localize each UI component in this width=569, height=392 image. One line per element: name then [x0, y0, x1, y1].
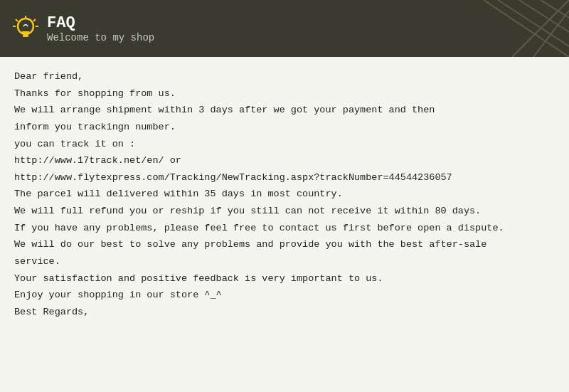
- svg-line-3: [33, 19, 36, 21]
- header-title: FAQ: [47, 14, 154, 32]
- svg-line-8: [498, 0, 569, 46]
- content-line-9: If you have any problems, please feel fr…: [14, 220, 555, 237]
- content-line-13: Enjoy your shopping in our store ^_^: [14, 287, 555, 304]
- content-line-10: We will do our best to solve any problem…: [14, 236, 555, 253]
- content-line-11: service.: [14, 253, 555, 270]
- header-decoration: [427, 0, 569, 57]
- lightbulb-icon: [11, 14, 40, 43]
- content-line-3: inform you trackingn number.: [14, 119, 555, 136]
- svg-line-9: [519, 0, 569, 32]
- header-subtitle: Welcome to my shop: [47, 32, 154, 43]
- content-line-8: We will full refund you or reship if you…: [14, 203, 555, 220]
- header-text: FAQ Welcome to my shop: [47, 14, 154, 43]
- svg-rect-6: [23, 35, 28, 37]
- content-line-4: you can track it on :: [14, 136, 555, 153]
- svg-line-2: [16, 19, 18, 21]
- content-line-1: Thanks for shopping from us.: [14, 85, 555, 102]
- content-line-7: The parcel will delivered within 35 days…: [14, 186, 555, 203]
- content-line-5: http://www.17track.net/en/ or: [14, 152, 555, 169]
- content-line-14: Best Regards,: [14, 304, 555, 321]
- content-line-0: Dear friend,: [14, 68, 555, 85]
- content-line-2: We will arrange shipment within 3 days a…: [14, 102, 555, 119]
- content-line-6: http://www.flytexpress.com/Tracking/NewT…: [14, 169, 555, 186]
- header: FAQ Welcome to my shop: [0, 0, 569, 57]
- content-line-12: Your satisfaction and positive feedback …: [14, 270, 555, 287]
- content-area: Dear friend,Thanks for shopping from us.…: [0, 57, 569, 392]
